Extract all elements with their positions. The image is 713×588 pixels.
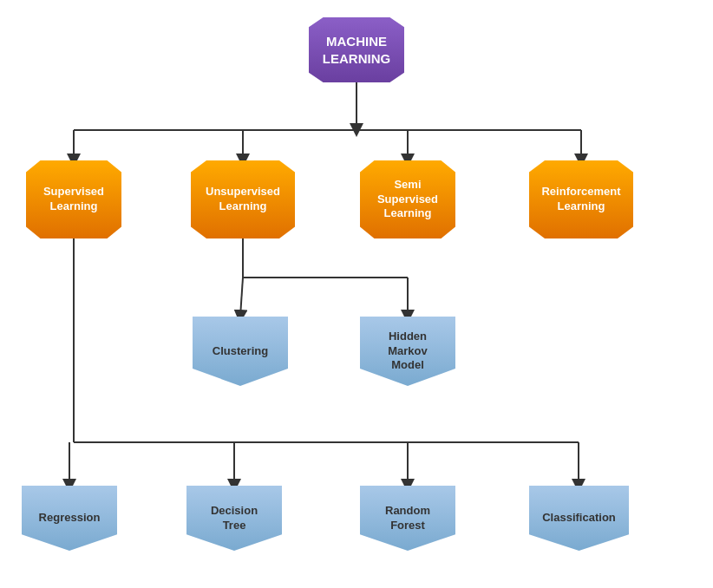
root-label: MACHINE LEARNING <box>323 33 390 67</box>
regression-label: Regression <box>39 511 101 526</box>
semi-label: Semi Supervised Learning <box>377 178 438 222</box>
decision-tree-label: Decision Tree <box>211 504 258 533</box>
reinforcement-label: Reinforcement Learning <box>541 185 620 214</box>
diagram: MACHINE LEARNING Supervised Learning Uns… <box>0 0 713 588</box>
unsupervised-label: Unsupervised Learning <box>206 185 280 214</box>
supervised-node: Supervised Learning <box>26 160 121 238</box>
regression-node: Regression <box>22 486 117 551</box>
hidden-markov-node: Hidden Markov Model <box>360 317 455 386</box>
classification-label: Classification <box>542 511 616 526</box>
clustering-node: Clustering <box>193 317 288 386</box>
root-node: MACHINE LEARNING <box>309 17 404 82</box>
random-forest-node: Random Forest <box>360 486 455 551</box>
clustering-label: Clustering <box>213 344 268 359</box>
reinforcement-node: Reinforcement Learning <box>529 160 633 238</box>
svg-line-8 <box>240 278 243 317</box>
random-forest-label: Random Forest <box>385 504 430 533</box>
hidden-markov-label: Hidden Markov Model <box>388 330 428 374</box>
supervised-label: Supervised Learning <box>43 185 104 214</box>
semi-supervised-node: Semi Supervised Learning <box>360 160 455 238</box>
classification-node: Classification <box>529 486 629 551</box>
decision-tree-node: Decision Tree <box>186 486 282 551</box>
unsupervised-node: Unsupervised Learning <box>191 160 295 238</box>
